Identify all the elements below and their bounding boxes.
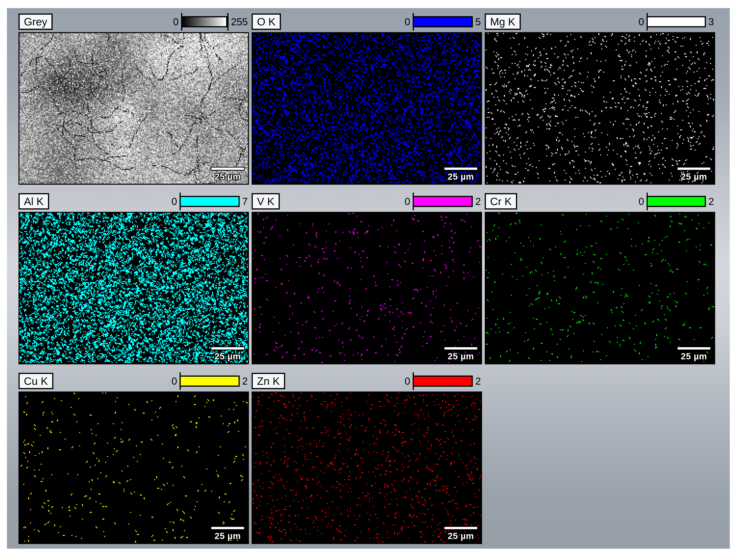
panel-o-k-header: O K 0 5 — [252, 13, 482, 30]
panel-cr-k-header: Cr K 0 2 — [485, 193, 715, 210]
element-map-frame[interactable]: 25 µm — [18, 212, 249, 364]
scale-bar-line — [677, 167, 711, 171]
scale-bar-label: 25 µm — [215, 531, 241, 541]
scale-bar-label: 25 µm — [215, 172, 241, 182]
colorbar-min-label: 0 — [639, 196, 644, 207]
eds-map-al-k — [19, 213, 248, 363]
panel-v-k-title-text: V K — [257, 195, 274, 208]
scale-bar: 25 µm — [210, 167, 245, 182]
panel-cu-k-title-text: Cu K — [24, 375, 48, 387]
panel-zn-k-header: Zn K 0 2 — [252, 373, 482, 389]
element-map-frame[interactable]: 25 µm — [252, 32, 482, 185]
panel-cr-k: Cr K 0 2 25 µm — [485, 193, 715, 364]
panel-cr-k-title: Cr K — [485, 193, 517, 210]
colorbar-bar — [648, 196, 706, 207]
eds-map-v-k — [253, 213, 481, 363]
panel-grey-header: Grey 0 255 — [18, 13, 249, 30]
element-map-frame[interactable]: 25 µm — [18, 391, 249, 544]
panel-al-k-colorbar: 0 7 — [172, 193, 248, 210]
colorbar-min-label: 0 — [404, 16, 410, 27]
panel-o-k-title: O K — [252, 13, 281, 30]
panel-cr-k-colorbar: 0 2 — [639, 193, 714, 210]
panel-v-k-colorbar: 0 2 — [404, 193, 481, 210]
panel-cu-k-title: Cu K — [18, 373, 54, 389]
colorbar-min-label: 0 — [404, 375, 410, 387]
element-map-frame[interactable]: 25 µm — [252, 391, 482, 544]
scale-bar-label: 25 µm — [681, 351, 707, 361]
panel-mg-k-colorbar: 0 3 — [639, 13, 714, 31]
scale-bar-line — [677, 346, 711, 350]
eds-map-cr-k — [486, 213, 714, 363]
colorbar-max-label: 2 — [475, 196, 481, 207]
panel-cu-k-header: Cu K 0 2 — [18, 373, 249, 389]
panel-o-k-title-text: O K — [257, 15, 276, 28]
panel-mg-k-title: Mg K — [485, 13, 521, 30]
panel-o-k-colorbar: 0 5 — [404, 13, 481, 31]
scale-bar-line — [444, 526, 478, 530]
panel-mg-k-header: Mg K 0 3 — [485, 13, 715, 30]
panel-grey-title-text: Grey — [24, 15, 47, 28]
scale-bar-label: 25 µm — [215, 351, 241, 361]
panel-cu-k-colorbar: 0 2 — [172, 372, 248, 390]
eds-map-zn-k — [253, 393, 481, 543]
panel-v-k: V K 0 2 25 µm — [252, 193, 482, 364]
colorbar-max-label: 7 — [242, 196, 248, 207]
colorbar-bar — [181, 375, 240, 387]
scale-bar: 25 µm — [444, 167, 478, 182]
panel-grey-title: Grey — [18, 13, 53, 30]
colorbar-max-label: 2 — [475, 375, 481, 387]
scale-bar: 25 µm — [210, 526, 245, 541]
scale-bar-line — [444, 167, 478, 171]
scale-bar-line — [210, 167, 245, 171]
panel-al-k: Al K 0 7 25 µm — [18, 193, 249, 364]
eds-map-o-k — [253, 33, 481, 184]
colorbar-min-label: 0 — [639, 16, 644, 27]
panel-zn-k: Zn K 0 2 25 µm — [252, 373, 482, 544]
eds-map-cu-k — [19, 393, 248, 543]
montage-background: Grey 0 255 25 µm O K 0 — [7, 8, 730, 549]
panel-grey-colorbar: 0 255 — [173, 13, 248, 31]
scale-bar-line — [444, 346, 478, 350]
colorbar-max-label: 255 — [231, 16, 248, 27]
panel-mg-k-title-text: Mg K — [490, 15, 516, 28]
element-map-frame[interactable]: 25 µm — [485, 212, 715, 364]
colorbar-right-cap — [227, 13, 228, 31]
element-map-frame[interactable]: 25 µm — [252, 212, 482, 364]
panel-grey: Grey 0 255 25 µm — [18, 13, 249, 185]
scale-bar: 25 µm — [210, 346, 245, 361]
panel-al-k-title-text: Al K — [24, 195, 44, 208]
scale-bar: 25 µm — [444, 526, 478, 541]
panel-o-k: O K 0 5 25 µm — [252, 13, 482, 185]
colorbar-max-label: 3 — [709, 16, 714, 27]
scale-bar: 25 µm — [677, 167, 711, 182]
sem-grey-image — [19, 33, 248, 184]
panel-zn-k-title: Zn K — [252, 373, 285, 389]
scale-bar-label: 25 µm — [681, 172, 707, 182]
scale-bar-line — [210, 346, 245, 350]
colorbar-bar — [414, 196, 473, 207]
panel-v-k-header: V K 0 2 — [252, 193, 482, 210]
panel-al-k-title: Al K — [18, 193, 49, 210]
colorbar-max-label: 5 — [475, 16, 481, 27]
colorbar-bar — [414, 375, 473, 387]
colorbar-max-label: 2 — [242, 375, 248, 387]
colorbar-bar — [182, 16, 227, 27]
panel-cr-k-title-text: Cr K — [490, 195, 512, 208]
scale-bar-label: 25 µm — [448, 351, 474, 361]
scale-bar: 25 µm — [444, 346, 478, 361]
panel-zn-k-title-text: Zn K — [257, 375, 280, 387]
panel-mg-k: Mg K 0 3 25 µm — [485, 13, 715, 185]
panel-cu-k: Cu K 0 2 25 µm — [18, 373, 249, 544]
eds-map-mg-k — [486, 33, 714, 184]
colorbar-min-label: 0 — [173, 16, 179, 27]
scale-bar: 25 µm — [677, 346, 711, 361]
scale-bar-label: 25 µm — [448, 172, 474, 182]
colorbar-bar — [648, 16, 706, 27]
element-map-frame[interactable]: 25 µm — [485, 32, 715, 185]
panel-zn-k-colorbar: 0 2 — [404, 372, 481, 390]
colorbar-bar — [414, 16, 473, 27]
scale-bar-label: 25 µm — [448, 531, 474, 541]
sem-image-frame[interactable]: 25 µm — [18, 32, 249, 185]
colorbar-min-label: 0 — [172, 196, 177, 207]
scale-bar-line — [210, 526, 245, 530]
